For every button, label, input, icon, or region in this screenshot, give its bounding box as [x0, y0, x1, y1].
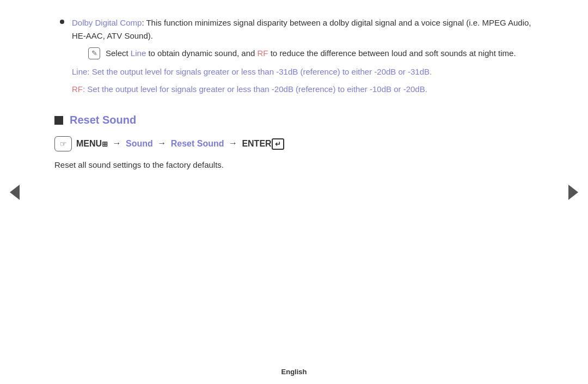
- menu-reset[interactable]: Reset Sound: [171, 138, 224, 148]
- section-header-reset: Reset Sound: [54, 114, 534, 126]
- rf-section: RF: Set the output level for signals gre…: [72, 83, 534, 96]
- menu-enter: ENTER: [242, 138, 271, 148]
- menu-icon-finger: ☞: [60, 139, 67, 148]
- note-text: Select Line to obtain dynamic sound, and…: [106, 47, 534, 60]
- section-title: Reset Sound: [70, 114, 136, 126]
- reset-description: Reset all sound settings to the factory …: [54, 158, 534, 172]
- note-post: to reduce the difference between loud an…: [268, 48, 516, 58]
- line-label: Line: [72, 67, 87, 76]
- note-line-link[interactable]: Line: [131, 48, 146, 58]
- note-item: ✎ Select Line to obtain dynamic sound, a…: [88, 47, 534, 60]
- bullet-text-dolby: Dolby Digital Comp: This function minimi…: [72, 16, 534, 99]
- section-square: [54, 116, 63, 125]
- page-container: Dolby Digital Comp: This function minimi…: [0, 0, 588, 384]
- menu-line: ☞ MENU⊞ → Sound → Reset Sound → ENTER↵: [54, 136, 534, 151]
- bullet-dot: [60, 20, 64, 24]
- enter-arrow: ↵: [275, 140, 281, 148]
- line-desc: : Set the output level for signals great…: [87, 67, 432, 76]
- note-rf-link[interactable]: RF: [258, 48, 268, 58]
- note-pre: Select: [106, 48, 131, 58]
- dolby-link[interactable]: Dolby Digital Comp: [72, 18, 142, 27]
- footer: English: [0, 362, 588, 384]
- menu-icon: ☞: [54, 136, 72, 151]
- rf-desc: : Set the output level for signals great…: [83, 84, 427, 94]
- content-area: Dolby Digital Comp: This function minimi…: [0, 0, 588, 362]
- menu-text: MENU⊞ → Sound → Reset Sound → ENTER↵: [76, 138, 284, 150]
- arrow-sep-1: →: [113, 138, 124, 148]
- rf-label: RF: [72, 84, 83, 94]
- note-icon: ✎: [88, 47, 100, 59]
- note-mid: to obtain dynamic sound, and: [146, 48, 257, 58]
- menu-sound[interactable]: Sound: [126, 138, 153, 148]
- menu-label: MENU: [76, 138, 102, 148]
- line-section: Line: Set the output level for signals g…: [72, 65, 534, 78]
- footer-language: English: [281, 368, 307, 376]
- arrow-sep-3: →: [229, 138, 240, 148]
- enter-icon: ↵: [272, 138, 284, 150]
- arrow-sep-2: →: [157, 138, 168, 148]
- menu-grid-icon: ⊞: [102, 139, 108, 148]
- bullet-item-dolby: Dolby Digital Comp: This function minimi…: [54, 16, 534, 99]
